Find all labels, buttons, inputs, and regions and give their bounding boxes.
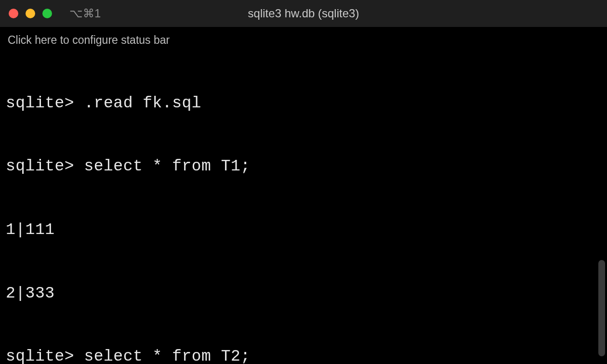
minimize-button[interactable] (26, 9, 35, 18)
terminal-output[interactable]: sqlite> .read fk.sql sqlite> select * fr… (0, 51, 607, 364)
terminal-line: 2|333 (6, 283, 601, 304)
traffic-lights (9, 9, 52, 18)
terminal-line: sqlite> select * from T1; (6, 156, 601, 177)
scroll-thumb[interactable] (598, 260, 605, 356)
hotkey-indicator: ⌥⌘1 (69, 7, 101, 20)
terminal-line: 1|111 (6, 220, 601, 241)
scrollbar[interactable] (598, 52, 605, 356)
terminal-line: sqlite> .read fk.sql (6, 93, 601, 114)
maximize-button[interactable] (42, 9, 52, 18)
window-titlebar: ⌥⌘1 sqlite3 hw.db (sqlite3) (0, 0, 607, 27)
window-title: sqlite3 hw.db (sqlite3) (248, 7, 359, 20)
status-bar[interactable]: Click here to configure status bar (0, 27, 607, 51)
close-button[interactable] (9, 9, 18, 18)
terminal-line: sqlite> select * from T2; (6, 346, 601, 364)
